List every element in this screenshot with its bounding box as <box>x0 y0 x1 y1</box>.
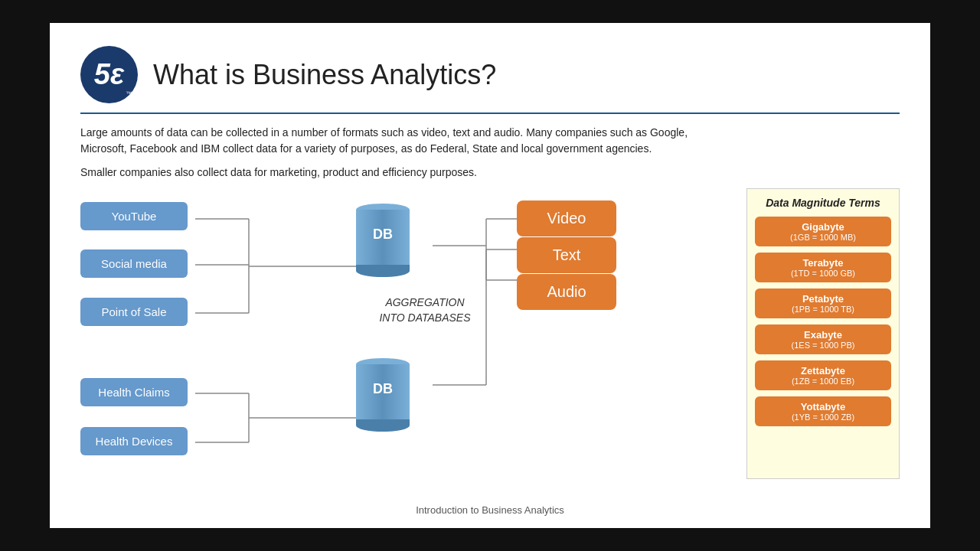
diagram-area: YouTube Social media Point of Sale Healt… <box>80 188 731 479</box>
logo-tm: ™ <box>126 90 132 97</box>
db-label-top: DB <box>373 227 393 243</box>
magnitude-item-5: Yottabyte(1YB = 1000 ZB) <box>755 396 891 426</box>
body-text-2: Smaller companies also collect data for … <box>80 165 708 181</box>
db-cylinder-top: DB <box>356 204 410 283</box>
aggregation-text: AGGREGATIONINTO DATABASES <box>379 295 471 325</box>
logo: 5ε ™ <box>80 46 138 103</box>
magnitude-item-0: Gigabyte(1GB = 1000 MB) <box>755 217 891 246</box>
magnitude-item-3: Exabyte(1ES = 1000 PB) <box>755 324 891 354</box>
output-audio: Audio <box>517 274 616 310</box>
slide-title: What is Business Analytics? <box>153 59 496 91</box>
magnitude-panel: Data Magnitude Terms Gigabyte(1GB = 1000… <box>746 188 900 479</box>
source-health-devices: Health Devices <box>80 427 188 455</box>
slide: 5ε ™ What is Business Analytics? Large a… <box>50 23 930 528</box>
magnitude-item-2: Petabyte(1PB = 1000 TB) <box>755 289 891 318</box>
magnitude-item-4: Zettabyte(1ZB = 1000 EB) <box>755 360 891 390</box>
body-text-1: Large amounts of data can be collected i… <box>80 125 708 157</box>
source-youtube: YouTube <box>80 202 188 230</box>
source-social-media: Social media <box>80 249 188 278</box>
header: 5ε ™ What is Business Analytics? <box>80 46 900 103</box>
db-cylinder-bottom: DB <box>356 358 410 438</box>
output-video: Video <box>517 201 616 236</box>
footer-text: Introduction to Business Analytics <box>416 504 564 516</box>
output-text: Text <box>517 237 616 273</box>
source-point-of-sale: Point of Sale <box>80 298 188 326</box>
content-area: YouTube Social media Point of Sale Healt… <box>80 188 900 479</box>
source-health-claims: Health Claims <box>80 378 188 406</box>
magnitude-item-1: Terabyte(1TD = 1000 GB) <box>755 253 891 282</box>
magnitude-items: Gigabyte(1GB = 1000 MB)Terabyte(1TD = 10… <box>755 217 891 426</box>
magnitude-title: Data Magnitude Terms <box>755 197 891 209</box>
logo-text: 5ε <box>94 58 124 91</box>
db-label-bottom: DB <box>373 381 393 397</box>
header-divider <box>80 112 900 114</box>
